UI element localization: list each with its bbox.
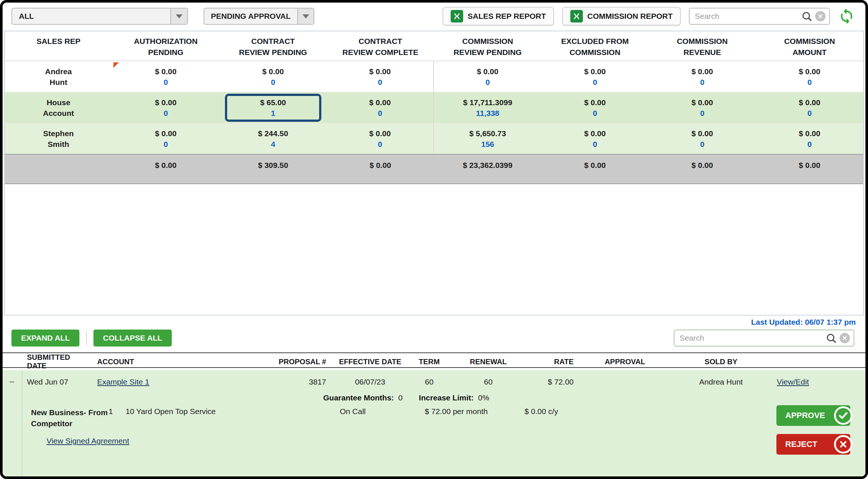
detail-column-approval: APPROVAL: [579, 358, 671, 366]
actions-row: EXPAND ALL COLLAPSE ALL: [11, 330, 854, 347]
reject-button[interactable]: REJECT: [776, 434, 850, 455]
toolbar: ALL PENDING APPROVAL SALES REP REPORT CO…: [11, 7, 855, 25]
summary-cell[interactable]: $ 0.000: [327, 61, 434, 92]
excel-icon: [570, 10, 583, 23]
summary-search-box: [689, 8, 830, 25]
summary-header-row: SALES REP AUTHORIZATIONPENDING CONTRACTR…: [5, 31, 863, 61]
agreement-row: View Signed Agreement: [3, 437, 865, 445]
summary-cell[interactable]: $ 0.000: [112, 92, 220, 123]
summary-cell[interactable]: $ 244.504: [219, 123, 327, 154]
totals-cell: $ 0.00: [541, 155, 649, 183]
caret-icon: [176, 14, 182, 18]
clear-search-icon[interactable]: [840, 333, 850, 343]
caret-icon: [303, 14, 309, 18]
proposal-row-group: − Wed Jun 07 Example Site 1 3817 06/07/2…: [3, 370, 865, 476]
submitted-date-value: Wed Jun 07: [21, 378, 91, 386]
sales-rep-name: StephenSmith: [5, 123, 112, 154]
summary-cell[interactable]: $ 0.000: [112, 123, 220, 154]
reject-x-icon: [834, 435, 852, 454]
approve-button[interactable]: APPROVE: [776, 405, 850, 426]
summary-cell[interactable]: $ 5,650.73156: [434, 123, 541, 154]
summary-cell[interactable]: $ 0.000: [541, 92, 649, 123]
view-signed-agreement-link[interactable]: View Signed Agreement: [47, 437, 129, 445]
reject-label: REJECT: [785, 440, 817, 449]
detail-column-account: ACCOUNT: [91, 358, 261, 366]
rate-value: $ 72.00: [527, 378, 579, 386]
detail-search-input[interactable]: [674, 334, 826, 342]
chevron-down-icon[interactable]: [297, 8, 314, 24]
summary-cell[interactable]: $ 0.000: [756, 123, 864, 154]
renewal-value: 60: [450, 378, 527, 386]
quantity-value: 1: [109, 407, 126, 416]
totals-cell: $ 0.00: [112, 155, 220, 183]
totals-cell: $ 23,362.0399: [434, 155, 541, 183]
clear-search-icon[interactable]: [815, 11, 826, 21]
monthly-rate-value: $ 72.00 per month: [425, 407, 524, 416]
business-type-label: New Business- From Competitor: [31, 407, 109, 429]
summary-table: SALES REP AUTHORIZATIONPENDING CONTRACTR…: [4, 31, 864, 316]
guarantee-months-value: 0: [398, 393, 403, 402]
summary-row-stephen-smith: StephenSmith $ 0.000 $ 244.504 $ 0.000 $…: [5, 123, 863, 154]
summary-cell[interactable]: $ 0.000: [112, 61, 220, 92]
excel-icon: [451, 10, 463, 23]
column-header-contract-review-complete: CONTRACTREVIEW COMPLETE: [327, 31, 434, 61]
column-header-sales-rep: SALES REP: [5, 31, 112, 61]
summary-row-andrea-hunt: AndreaHunt $ 0.000 $ 0.000 $ 0.000 $ 0.0…: [5, 61, 863, 92]
detail-column-rate: RATE: [527, 358, 579, 366]
toolbar-right: SALES REP REPORT COMMISSION REPORT: [442, 7, 855, 25]
summary-cell[interactable]: $ 0.000: [219, 61, 327, 92]
sales-rep-filter-dropdown[interactable]: ALL: [11, 8, 188, 25]
column-header-excluded-from-commission: EXCLUDED FROMCOMMISSION: [541, 31, 649, 61]
search-icon[interactable]: [826, 332, 837, 344]
effective-date-value: 06/07/23: [331, 378, 409, 386]
summary-cell[interactable]: $ 0.000: [649, 61, 756, 92]
summary-cell[interactable]: $ 0.000: [649, 92, 756, 123]
schedule-value: On Call: [340, 407, 425, 416]
commission-report-label: COMMISSION REPORT: [587, 12, 673, 21]
detail-column-sold-by: SOLD BY: [671, 358, 771, 366]
column-header-commission-amount: COMMISSIONAMOUNT: [756, 31, 864, 61]
view-edit-link[interactable]: View/Edit: [777, 378, 809, 386]
summary-cell[interactable]: $ 0.000: [541, 61, 649, 92]
status-filter-dropdown[interactable]: PENDING APPROVAL: [204, 8, 314, 25]
commission-report-button[interactable]: COMMISSION REPORT: [562, 7, 681, 25]
summary-cell[interactable]: $ 0.000: [756, 92, 864, 123]
detail-header-row: SUBMITTED DATE ACCOUNT PROPOSAL # EFFECT…: [3, 352, 865, 368]
summary-cell[interactable]: $ 0.000: [327, 92, 434, 123]
summary-cell[interactable]: $ 0.000: [649, 123, 756, 154]
detail-column-proposal: PROPOSAL #: [261, 358, 331, 366]
sales-rep-name: HouseAccount: [5, 92, 112, 123]
status-filter-value: PENDING APPROVAL: [204, 8, 297, 24]
detail-column-renewal: RENEWAL: [450, 358, 527, 366]
summary-search-input[interactable]: [690, 12, 801, 21]
summary-cell-selected[interactable]: $ 65.001: [219, 92, 327, 123]
detail-search-box: [674, 330, 854, 347]
search-icon[interactable]: [801, 11, 812, 22]
column-header-commission-review-pending: COMMISSIONREVIEW PENDING: [434, 31, 541, 61]
detail-column-submitted-date: SUBMITTED DATE: [21, 353, 91, 370]
account-link[interactable]: Example Site 1: [97, 378, 149, 386]
totals-cell: $ 0.00: [756, 155, 864, 183]
summary-cell[interactable]: $ 0.000: [541, 123, 649, 154]
totals-cell: $ 0.00: [649, 155, 756, 183]
summary-empty-area: [5, 184, 863, 315]
summary-cell[interactable]: $ 0.000: [327, 123, 434, 154]
button-divider: [86, 331, 87, 345]
collapse-row-icon[interactable]: −: [3, 377, 21, 387]
refresh-icon[interactable]: [838, 8, 855, 25]
summary-cell[interactable]: $ 0.000: [756, 61, 864, 92]
sales-rep-filter-value: ALL: [12, 8, 170, 24]
increase-limit-value: 0%: [478, 393, 489, 402]
service-line-row: New Business- From Competitor 1 10 Yard …: [3, 407, 865, 429]
summary-cell[interactable]: $ 17,711.309911,338: [434, 92, 541, 123]
proposal-main-row: − Wed Jun 07 Example Site 1 3817 06/07/2…: [3, 373, 865, 391]
note-flag-icon: [113, 62, 119, 68]
guarantee-months-label: Guarantee Months:: [323, 393, 394, 402]
expand-all-button[interactable]: EXPAND ALL: [11, 330, 79, 347]
chevron-down-icon[interactable]: [170, 8, 187, 24]
sales-rep-report-button[interactable]: SALES REP REPORT: [442, 7, 554, 25]
increase-limit-label: Increase Limit:: [419, 393, 474, 402]
selected-cell-outline: $ 65.001: [225, 94, 321, 122]
summary-cell[interactable]: $ 0.000: [434, 61, 541, 92]
collapse-all-button[interactable]: COLLAPSE ALL: [93, 330, 172, 347]
